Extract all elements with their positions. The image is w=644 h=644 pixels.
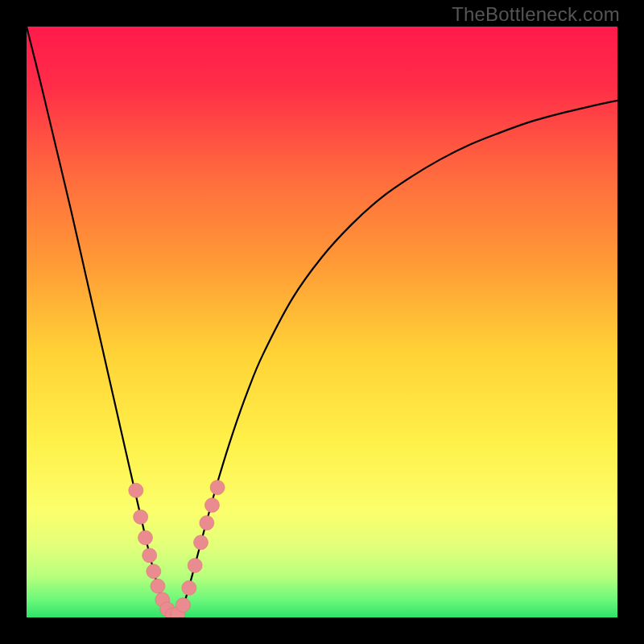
curve-marker <box>200 516 214 530</box>
curve-marker <box>182 580 196 595</box>
curve-marker <box>138 530 153 545</box>
curve-marker <box>147 564 161 579</box>
curve-marker <box>129 483 143 497</box>
curve-marker <box>188 558 202 572</box>
chart-svg <box>27 27 617 617</box>
curve-marker <box>210 481 225 495</box>
curve-marker <box>151 579 165 593</box>
curve-marker <box>176 598 191 613</box>
curve-marker <box>194 535 208 550</box>
gradient-background <box>27 27 617 617</box>
chart-frame: TheBottleneck.com <box>0 0 644 644</box>
watermark-text: TheBottleneck.com <box>452 3 620 26</box>
curve-marker <box>134 510 148 524</box>
curve-marker <box>142 548 157 563</box>
plot-area <box>27 27 617 617</box>
curve-marker <box>204 498 219 513</box>
